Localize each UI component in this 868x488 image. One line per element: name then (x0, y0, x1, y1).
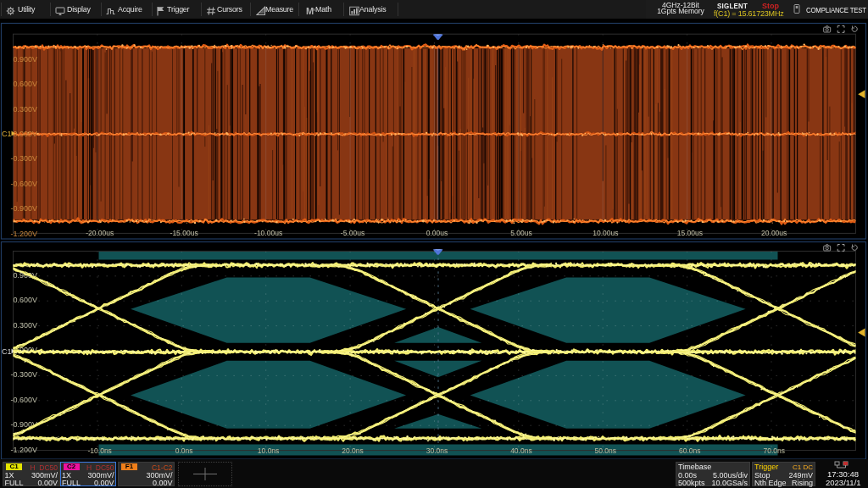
svg-text:40.0ns: 40.0ns (510, 446, 532, 455)
svg-text:0.0ns: 0.0ns (175, 446, 193, 455)
svg-text:-1.200V: -1.200V (10, 446, 37, 454)
svg-text:10.0ns: 10.0ns (258, 446, 280, 455)
svg-text:30.0ns: 30.0ns (426, 446, 448, 455)
svg-text:60.0ns: 60.0ns (679, 446, 701, 455)
svg-text:-0.600V: -0.600V (10, 396, 37, 404)
svg-text:70.0ns: 70.0ns (763, 446, 785, 455)
svg-text:-0.300V: -0.300V (10, 370, 37, 379)
svg-text:C1: C1 (2, 347, 12, 356)
svg-text:-10.0ns: -10.0ns (88, 446, 112, 455)
svg-text:20.0ns: 20.0ns (342, 446, 364, 455)
svg-text:0.300V: 0.300V (13, 321, 37, 330)
svg-text:0.600V: 0.600V (13, 296, 37, 304)
svg-text:50.0ns: 50.0ns (595, 446, 617, 455)
